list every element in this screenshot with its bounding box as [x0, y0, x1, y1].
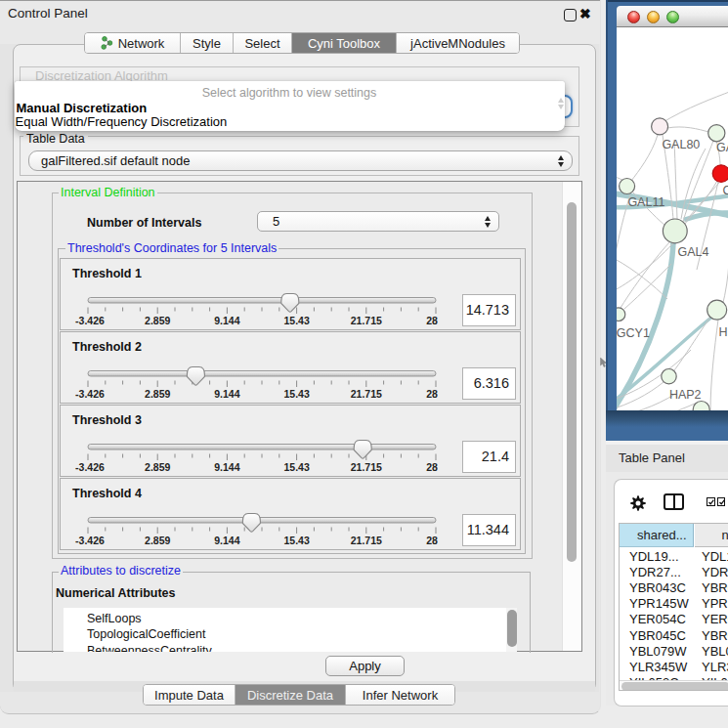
svg-text:GAL4: GAL4: [678, 245, 709, 259]
svg-text:28: 28: [426, 388, 438, 400]
svg-text:2.859: 2.859: [145, 315, 170, 326]
svg-text:-3.426: -3.426: [75, 388, 105, 400]
svg-text:9.144: 9.144: [214, 535, 239, 546]
svg-text:2.859: 2.859: [145, 388, 170, 400]
svg-text:-3.426: -3.426: [75, 461, 105, 473]
svg-text:GCY1: GCY1: [617, 326, 650, 340]
svg-text:9.144: 9.144: [214, 388, 239, 400]
svg-text:15.43: 15.43: [283, 461, 309, 473]
svg-text:21.715: 21.715: [351, 535, 382, 546]
svg-text:21.715: 21.715: [351, 315, 382, 326]
svg-text:GAL11: GAL11: [627, 195, 664, 209]
svg-text:28: 28: [426, 315, 438, 326]
svg-text:HI: HI: [719, 325, 728, 339]
svg-text:2.859: 2.859: [145, 461, 170, 473]
svg-text:9.144: 9.144: [214, 315, 239, 326]
svg-text:HAP2: HAP2: [669, 388, 702, 402]
svg-text:-3.426: -3.426: [75, 315, 105, 326]
svg-text:28: 28: [426, 461, 438, 473]
svg-text:15.43: 15.43: [283, 535, 309, 546]
svg-text:CD: CD: [723, 184, 728, 197]
svg-text:15.43: 15.43: [283, 315, 309, 326]
svg-text:28: 28: [426, 535, 438, 546]
svg-text:15.43: 15.43: [283, 388, 309, 400]
svg-text:21.715: 21.715: [351, 388, 382, 400]
svg-text:21.715: 21.715: [351, 461, 382, 473]
svg-text:2.859: 2.859: [145, 535, 170, 546]
svg-text:-3.426: -3.426: [75, 535, 105, 546]
svg-text:GAL80: GAL80: [662, 138, 700, 151]
svg-text:9.144: 9.144: [214, 461, 239, 473]
svg-text:GA: GA: [716, 141, 728, 154]
